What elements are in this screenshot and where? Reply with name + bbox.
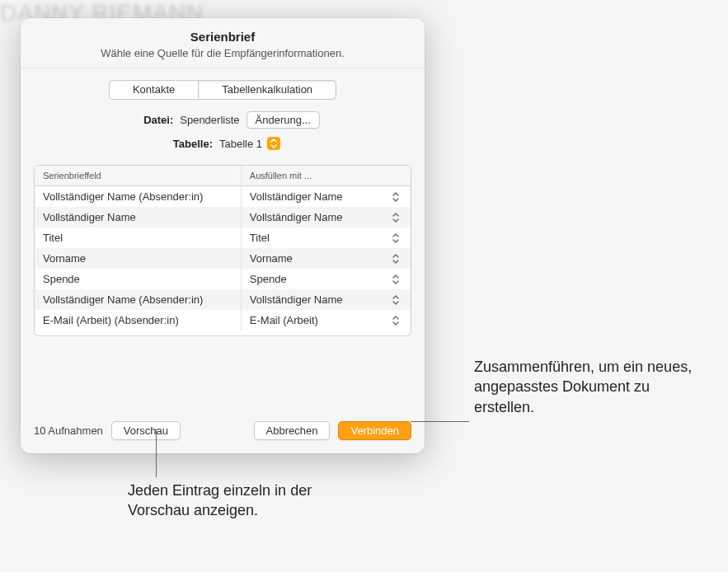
field-name-cell: Spende [35,268,242,290]
col-header-field[interactable]: Serienbrieffeld [35,166,242,185]
updown-arrows-icon [392,316,402,326]
change-file-button[interactable]: Änderung... [247,111,320,129]
field-name-cell: Vorname [35,247,242,270]
table-row[interactable]: VornameVorname [35,248,411,269]
updown-arrows-icon [392,213,402,223]
field-name-cell: Titel [35,227,242,249]
field-name-cell: Vollständiger Name (Absender:in) [35,288,242,311]
field-mapping-table: Serienbrieffeld Ausfüllen mit ... Vollst… [34,165,411,336]
fill-with-cell[interactable]: Vollständiger Name [242,206,411,228]
callout-merge: Zusammenführen, um ein neues, angepasste… [474,357,713,417]
table-row[interactable]: Vollständiger Name (Absender:in)Vollstän… [35,186,411,207]
fill-with-cell[interactable]: Vollständiger Name [242,288,411,311]
callout-line-right [411,421,469,422]
fill-with-cell[interactable]: Vorname [242,247,411,270]
cancel-button[interactable]: Abbrechen [254,421,331,440]
table-select-value: Tabelle 1 [219,138,262,150]
updown-arrows-icon [392,233,402,243]
dialog-title: Serienbrief [37,30,408,44]
source-segmented-control: Kontakte Tabellenkalkulation [34,80,411,100]
table-select-popup[interactable]: Tabelle 1 [219,137,280,150]
file-row: Datei: Spenderliste Änderung... [34,111,411,129]
table-header: Serienbrieffeld Ausfüllen mit ... [35,166,411,186]
table-row: Tabelle: Tabelle 1 [34,137,411,150]
updown-arrows-icon [392,274,402,284]
updown-arrows-icon [392,192,402,202]
callout-preview: Jeden Eintrag einzeln in der Vorschau an… [128,481,326,521]
callout-line-bottom [156,429,157,477]
file-value: Spenderliste [180,114,239,126]
table-row[interactable]: SpendeSpende [35,269,411,289]
preview-button[interactable]: Vorschau [111,421,181,440]
updown-arrows-icon [392,295,402,305]
table-row[interactable]: Vollständiger Name (Absender:in)Vollstän… [35,289,411,310]
table-row[interactable]: TitelTitel [35,227,411,248]
segment-contacts[interactable]: Kontakte [109,80,198,100]
dialog-header: Serienbrief Wähle eine Quelle für die Em… [21,18,425,68]
field-name-cell: Vollständiger Name [35,206,242,228]
mail-merge-dialog: Serienbrief Wähle eine Quelle für die Em… [21,18,425,453]
fill-with-cell[interactable]: Spende [242,268,411,290]
field-name-cell: E-Mail (Arbeit) (Absender:in) [35,309,242,331]
col-header-fill[interactable]: Ausfüllen mit ... [242,166,411,185]
record-count: 10 Aufnahmen [34,424,103,437]
updown-arrows-icon [267,137,280,150]
dialog-footer: 10 Aufnahmen Vorschau Abbrechen Verbinde… [21,410,425,453]
dialog-subtitle: Wähle eine Quelle für die Empfängerinfor… [37,47,408,59]
table-label: Tabelle: [165,138,213,150]
file-label: Datei: [125,114,173,126]
table-body[interactable]: Vollständiger Name (Absender:in)Vollstän… [35,186,411,335]
field-name-cell: Vollständiger Name (Absender:in) [35,186,242,208]
table-row[interactable]: E-Mail (Arbeit) (Absender:in)E-Mail (Arb… [35,310,411,331]
fill-with-cell[interactable]: Vollständiger Name [242,186,411,208]
dialog-body: Kontakte Tabellenkalkulation Datei: Spen… [21,68,425,410]
segment-spreadsheet[interactable]: Tabellenkalkulation [198,80,336,100]
table-row[interactable]: Vollständiger NameVollständiger Name [35,207,411,227]
updown-arrows-icon [392,254,402,264]
merge-button[interactable]: Verbinden [338,421,411,440]
fill-with-cell[interactable]: E-Mail (Arbeit) [242,309,411,331]
fill-with-cell[interactable]: Titel [242,227,411,249]
